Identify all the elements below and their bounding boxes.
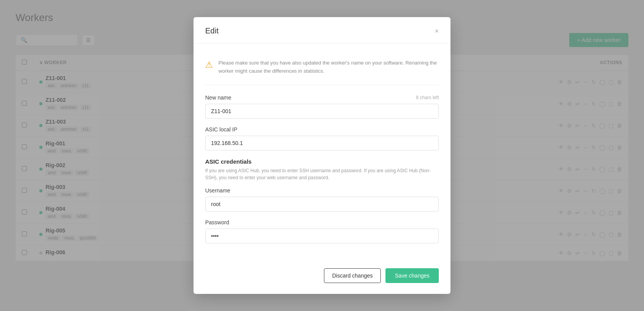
- asic-credentials-title: ASIC credentials: [205, 158, 439, 165]
- username-label-row: Username: [205, 187, 439, 194]
- modal-title: Edit: [205, 26, 218, 35]
- new-name-input[interactable]: [205, 104, 439, 119]
- username-input[interactable]: [205, 197, 439, 211]
- warning-icon: ⚠: [205, 60, 213, 70]
- save-button[interactable]: Save changes: [385, 268, 439, 283]
- password-group: Password: [205, 219, 439, 243]
- discard-button[interactable]: Discard changes: [324, 268, 381, 283]
- username-label: Username: [205, 187, 231, 194]
- new-name-group: New name 8 chars left: [205, 94, 439, 119]
- asic-credentials-desc: If you are using ASIC Hub, you need to e…: [205, 167, 439, 181]
- asic-ip-group: ASIC local IP: [205, 126, 439, 150]
- modal-body: ⚠ Please make sure that you have also up…: [194, 44, 450, 260]
- asic-ip-label: ASIC local IP: [205, 126, 237, 133]
- edit-modal: Edit × ⚠ Please make sure that you have …: [194, 17, 450, 294]
- password-label: Password: [205, 219, 229, 225]
- password-label-row: Password: [205, 219, 439, 225]
- new-name-label-row: New name 8 chars left: [205, 94, 439, 101]
- password-input[interactable]: [205, 229, 439, 243]
- modal-footer: Discard changes Save changes: [194, 260, 450, 294]
- asic-ip-label-row: ASIC local IP: [205, 126, 439, 133]
- modal-close-button[interactable]: ×: [435, 28, 439, 35]
- username-group: Username: [205, 187, 439, 211]
- modal-header: Edit ×: [194, 17, 450, 44]
- warning-box: ⚠ Please make sure that you have also up…: [205, 53, 439, 85]
- warning-text: Please make sure that you have also upda…: [218, 59, 439, 75]
- chars-left: 8 chars left: [416, 95, 439, 100]
- modal-overlay[interactable]: Edit × ⚠ Please make sure that you have …: [0, 0, 644, 311]
- new-name-label: New name: [205, 94, 231, 101]
- asic-ip-input[interactable]: [205, 136, 439, 150]
- asic-credentials-group: ASIC credentials If you are using ASIC H…: [205, 158, 439, 243]
